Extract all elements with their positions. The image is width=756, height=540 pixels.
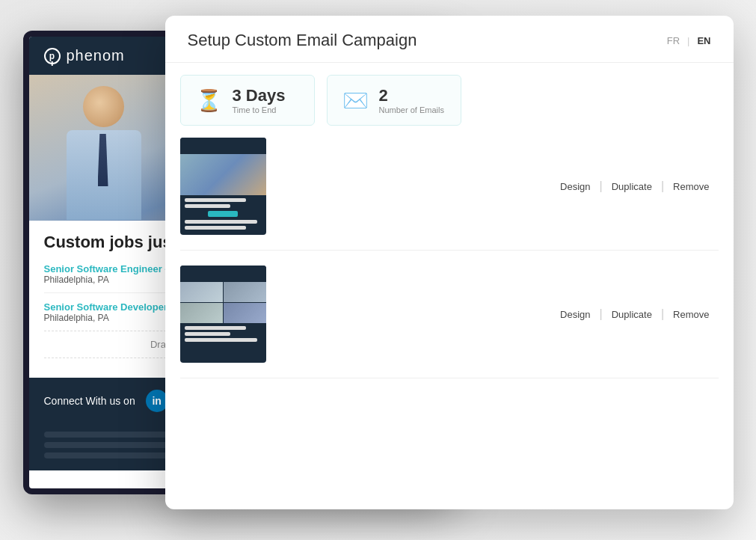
- lang-fr[interactable]: FR: [667, 35, 680, 46]
- language-switcher: FR | EN: [667, 35, 711, 46]
- thumb-img-2: [180, 282, 266, 323]
- design-button-1[interactable]: Design: [551, 181, 599, 192]
- design-button-2[interactable]: Design: [551, 309, 599, 320]
- card-actions-2: Design | Duplicate | Remove: [551, 307, 718, 321]
- stats-row: ⏳ 3 Days Time to End ✉️ 2 Number of Emai…: [165, 75, 734, 126]
- remove-button-1[interactable]: Remove: [664, 181, 718, 192]
- thumb-content-1: [180, 195, 266, 235]
- thumb-line-1c: [185, 220, 258, 224]
- hero-body-left: [67, 130, 141, 220]
- duplicate-button-1[interactable]: Duplicate: [603, 181, 661, 192]
- email-icon: ✉️: [342, 88, 369, 113]
- thumb-content-2: [180, 323, 266, 347]
- thumb-line-2a: [185, 326, 246, 330]
- thumb2-cell-2: [224, 282, 266, 302]
- duplicate-button-2[interactable]: Duplicate: [603, 309, 661, 320]
- email-thumbnail-1: [180, 138, 266, 235]
- stat-card-emails: ✉️ 2 Number of Emails: [327, 75, 461, 126]
- thumb-btn-1: [208, 211, 238, 217]
- main-scene: p phenom: [23, 16, 734, 524]
- stat-card-time: ⏳ 3 Days Time to End: [180, 75, 315, 126]
- lang-divider: |: [687, 35, 689, 46]
- stat-info-time: 3 Days Time to End: [233, 86, 286, 114]
- thumb-line-2b: [185, 332, 231, 336]
- thumb2-cell-1: [180, 282, 223, 302]
- card-actions-1: Design | Duplicate | Remove: [551, 180, 718, 193]
- thumb-line-1b: [185, 204, 231, 208]
- footer-line-1: [44, 432, 179, 438]
- email-card-item-1: Design | Duplicate | Remove: [180, 138, 719, 251]
- thumb-line-1d: [185, 226, 246, 230]
- thumb-header-2: [180, 266, 266, 282]
- thumb-line-1a: [185, 198, 246, 202]
- email-thumbnail-2: [180, 266, 266, 363]
- hero-tie: [98, 134, 108, 186]
- stat-info-emails: 2 Number of Emails: [379, 86, 444, 114]
- campaign-header: Setup Custom Email Campaign FR | EN: [165, 16, 734, 63]
- thumb-img-1: [180, 154, 266, 195]
- timer-icon: ⏳: [196, 88, 222, 113]
- phenom-logo-icon: p: [44, 48, 61, 64]
- brand-name: phenom: [67, 47, 125, 64]
- email-cards-area: Design | Duplicate | Remove: [165, 138, 734, 497]
- remove-button-2[interactable]: Remove: [664, 309, 718, 320]
- email-card-item-2: Design | Duplicate | Remove: [180, 266, 719, 378]
- stat-value-time: 3 Days: [233, 86, 286, 105]
- stat-label-time: Time to End: [233, 105, 286, 114]
- campaign-setup-card: Setup Custom Email Campaign FR | EN ⏳ 3 …: [165, 16, 734, 509]
- thumb-line-2c: [185, 338, 258, 342]
- thumb-header-1: [180, 138, 266, 154]
- stat-value-emails: 2: [379, 86, 444, 105]
- thumb2-cell-4: [224, 303, 266, 323]
- lang-en[interactable]: EN: [697, 35, 710, 46]
- thumb2-cell-3: [180, 303, 223, 323]
- campaign-title: Setup Custom Email Campaign: [188, 31, 417, 50]
- footer-connect-text: Connect With us on: [44, 395, 135, 407]
- hero-person-left: [52, 86, 156, 221]
- hero-head-left: [83, 86, 124, 127]
- stat-label-emails: Number of Emails: [379, 105, 444, 114]
